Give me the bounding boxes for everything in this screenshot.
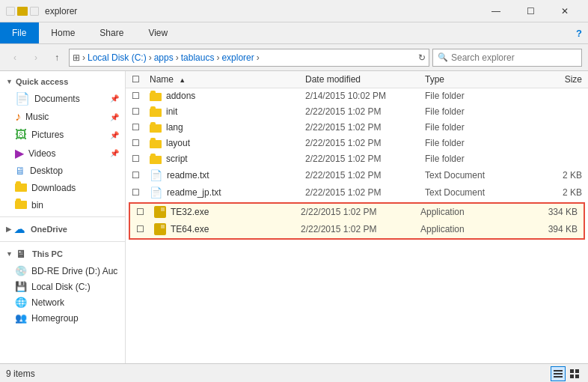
sidebar-header-this-pc[interactable]: ▼ 🖥 This PC [0,245,125,263]
sidebar-item-network[interactable]: 🌐 Network [0,294,125,310]
status-bar: 9 items [0,363,588,382]
file-date: 2/22/2015 1:02 PM [305,170,425,181]
table-row[interactable]: ☐ init 2/22/2015 1:02 PM File folder [126,104,588,120]
sidebar-header-onedrive[interactable]: ▶ ☁ OneDrive [0,220,125,238]
tab-home[interactable]: Home [39,22,88,43]
table-row[interactable]: ☐ TE64.exe 2/22/2015 1:02 PM Application… [130,221,584,238]
file-date: 2/22/2015 1:02 PM [305,138,425,148]
bin-label: bin [31,200,43,210]
network-icon: 🌐 [15,297,27,308]
table-row[interactable]: ☐ 📄 readme.txt 2/22/2015 1:02 PM Text Do… [126,167,588,184]
local-disk-icon: 💾 [15,281,27,292]
file-name: init [166,106,177,117]
sidebar-item-bin[interactable]: bin [0,196,125,213]
this-pc-label: This PC [32,249,63,258]
path-apps[interactable]: apps [154,52,174,63]
path-tablaucs[interactable]: tablaucs [181,52,215,63]
search-input[interactable] [451,52,577,63]
table-row[interactable]: ☐ layout 2/22/2015 1:02 PM File folder [126,136,588,151]
documents-label: Documents [34,94,80,104]
desktop-label: Desktop [30,166,63,176]
file-date: 2/22/2015 1:02 PM [305,106,425,117]
back-button[interactable]: ‹ [6,49,24,67]
sort-arrow: ▲ [179,76,186,84]
svg-rect-6 [575,375,579,378]
svg-rect-0 [554,370,563,372]
col-name-header[interactable]: Name ▲ [150,74,305,85]
table-row[interactable]: ☐ lang 2/22/2015 1:02 PM File folder [126,120,588,136]
file-date: 2/22/2015 1:02 PM [305,187,425,198]
close-button[interactable]: ✕ [548,0,582,22]
file-type: Application [420,207,518,217]
path-explorer[interactable]: explorer [221,52,254,63]
tab-file[interactable]: File [0,22,39,43]
file-size: 394 KB [518,224,578,234]
file-name: TE32.exe [171,207,209,217]
file-type: Text Document [425,170,522,181]
col-date-header[interactable]: Date modified [305,74,425,85]
this-pc-icon: 🖥 [16,248,26,260]
forward-button[interactable]: › [27,49,45,67]
tab-share[interactable]: Share [88,22,136,43]
chevron-icon-pc: ▼ [6,250,13,258]
folder-icon-layout [150,138,162,148]
text-file-icon2: 📄 [150,187,162,198]
sidebar-item-desktop[interactable]: 🖥 Desktop [0,163,125,179]
file-name: readme_jp.txt [167,187,221,198]
pictures-icon: 🖼 [15,128,27,142]
details-view-button[interactable] [551,366,566,381]
table-row[interactable]: ☐ TE32.exe 2/22/2015 1:02 PM Application… [130,204,584,221]
homegroup-label: Homegroup [31,313,79,324]
table-row[interactable]: ☐ addons 2/14/2015 10:02 PM File folder [126,88,588,104]
col-size-header[interactable]: Size [522,74,582,85]
file-name: addons [166,91,195,101]
title-bar-icons [6,7,39,16]
details-view-icon [553,369,563,379]
bd-drive-icon: 💿 [15,265,27,276]
path-local-disk[interactable]: Local Disk (C:) [88,52,147,63]
text-file-icon: 📄 [150,169,162,181]
address-path[interactable]: ⊞ › Local Disk (C:) › apps › tablaucs › … [69,49,429,67]
sidebar-item-bd-drive[interactable]: 💿 BD-RE Drive (D:) Auc [0,263,125,279]
main-layout: ▼ Quick access 📄 Documents 📌 ♪ Music 📌 🖼… [0,71,588,363]
pin-icon2: 📌 [110,113,119,121]
table-row[interactable]: ☐ script 2/22/2015 1:02 PM File folder [126,151,588,167]
table-row[interactable]: ☐ 📄 readme_jp.txt 2/22/2015 1:02 PM Text… [126,184,588,201]
sidebar-item-music[interactable]: ♪ Music 📌 [0,108,125,126]
sidebar-item-documents[interactable]: 📄 Documents 📌 [0,89,125,108]
help-button[interactable]: ? [570,22,588,43]
up-button[interactable]: ↑ [48,49,66,67]
file-size: 2 KB [522,170,582,181]
sidebar-section-onedrive: ▶ ☁ OneDrive [0,220,125,238]
sidebar-item-homegroup[interactable]: 👥 Homegroup [0,310,125,326]
search-box[interactable]: 🔍 [432,49,582,67]
downloads-label: Downloads [31,183,76,193]
large-icons-view-button[interactable] [567,366,582,381]
col-check-header: ☐ [132,74,150,85]
sidebar-item-downloads[interactable]: Downloads [0,179,125,196]
file-type: File folder [425,122,522,133]
maximize-button[interactable]: ☐ [513,0,548,22]
sidebar-item-pictures[interactable]: 🖼 Pictures 📌 [0,126,125,144]
pictures-label: Pictures [31,130,64,140]
sidebar-item-local-disk[interactable]: 💾 Local Disk (C:) [0,279,125,294]
refresh-button[interactable]: ↻ [418,52,426,63]
file-size: 2 KB [522,187,582,198]
sidebar-header-quick-access[interactable]: ▼ Quick access [0,74,125,89]
pin-icon: 📌 [110,94,119,103]
file-type: File folder [425,154,522,164]
sidebar-item-videos[interactable]: ▶ Videos 📌 [0,144,125,163]
file-date: 2/22/2015 1:02 PM [305,154,425,164]
svg-rect-4 [575,369,579,373]
file-name: layout [166,138,190,148]
col-type-header[interactable]: Type [425,74,522,85]
file-name: readme.txt [167,170,209,181]
file-type: File folder [425,138,522,148]
file-type: File folder [425,91,522,101]
minimize-button[interactable]: — [479,0,513,22]
large-icons-view-icon [569,369,580,379]
ribbon: File Home Share View ? [0,22,588,44]
music-label: Music [25,112,49,122]
tab-view[interactable]: View [136,22,180,43]
svg-rect-1 [554,373,563,375]
